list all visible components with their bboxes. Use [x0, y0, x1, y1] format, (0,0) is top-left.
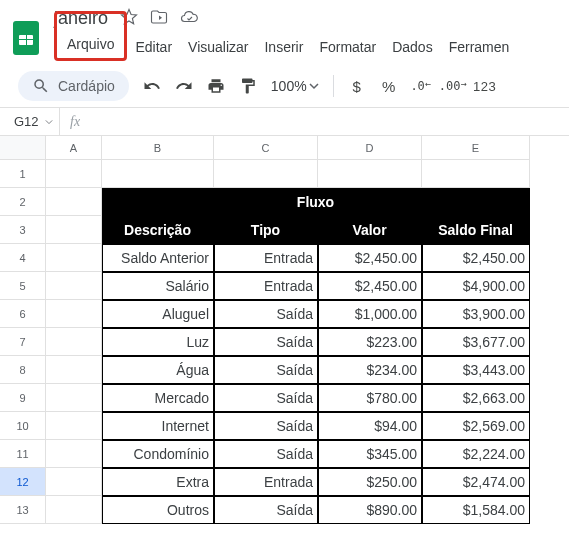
move-folder-icon[interactable]	[150, 8, 168, 29]
row-header-9[interactable]: 9	[0, 384, 46, 412]
cell[interactable]	[102, 160, 214, 188]
cell-saldo[interactable]: $2,569.00	[422, 412, 530, 440]
row-header-12[interactable]: 12	[0, 468, 46, 496]
cell-valor[interactable]: $223.00	[318, 328, 422, 356]
cell-tipo[interactable]: Entrada	[214, 468, 318, 496]
row-header-10[interactable]: 10	[0, 412, 46, 440]
cell-valor[interactable]: $1,000.00	[318, 300, 422, 328]
cell-tipo[interactable]: Entrada	[214, 272, 318, 300]
sheets-logo[interactable]	[8, 20, 44, 56]
cell[interactable]	[46, 244, 102, 272]
cell[interactable]	[46, 216, 102, 244]
cell-valor[interactable]: $890.00	[318, 496, 422, 524]
cell-tipo[interactable]: Saída	[214, 300, 318, 328]
currency-button[interactable]: $	[342, 72, 372, 100]
row-header-6[interactable]: 6	[0, 300, 46, 328]
cell[interactable]	[46, 356, 102, 384]
row-header-2[interactable]: 2	[0, 188, 46, 216]
cell-desc[interactable]: Extra	[102, 468, 214, 496]
cell-valor[interactable]: $234.00	[318, 356, 422, 384]
cell[interactable]	[46, 328, 102, 356]
row-header-8[interactable]: 8	[0, 356, 46, 384]
cell-saldo[interactable]: $2,224.00	[422, 440, 530, 468]
cell[interactable]	[46, 384, 102, 412]
table-title[interactable]: Fluxo	[102, 188, 530, 216]
cell-tipo[interactable]: Saída	[214, 496, 318, 524]
name-box[interactable]: G12	[0, 108, 60, 135]
cell-tipo[interactable]: Saída	[214, 384, 318, 412]
cell-desc[interactable]: Saldo Anterior	[102, 244, 214, 272]
menu-dados[interactable]: Dados	[384, 35, 440, 59]
row-header-7[interactable]: 7	[0, 328, 46, 356]
col-header-E[interactable]: E	[422, 136, 530, 160]
redo-button[interactable]	[169, 72, 199, 100]
cell-valor[interactable]: $94.00	[318, 412, 422, 440]
menu-editar[interactable]: Editar	[127, 35, 180, 59]
cell-desc[interactable]: Água	[102, 356, 214, 384]
cell-desc[interactable]: Mercado	[102, 384, 214, 412]
increase-decimal-button[interactable]: .00→	[438, 72, 468, 100]
menu-visualizar[interactable]: Visualizar	[180, 35, 256, 59]
cell[interactable]	[46, 496, 102, 524]
col-header-tipo[interactable]: Tipo	[214, 216, 318, 244]
cell-desc[interactable]: Salário	[102, 272, 214, 300]
cell-saldo[interactable]: $2,663.00	[422, 384, 530, 412]
cell-saldo[interactable]: $4,900.00	[422, 272, 530, 300]
zoom-select[interactable]: 100%	[265, 78, 325, 94]
menu-inserir[interactable]: Inserir	[256, 35, 311, 59]
cell-valor[interactable]: $345.00	[318, 440, 422, 468]
cell-desc[interactable]: Aluguel	[102, 300, 214, 328]
cell-valor[interactable]: $2,450.00	[318, 272, 422, 300]
row-header-11[interactable]: 11	[0, 440, 46, 468]
cell[interactable]	[422, 160, 530, 188]
col-header-saldo[interactable]: Saldo Final	[422, 216, 530, 244]
percent-button[interactable]: %	[374, 72, 404, 100]
row-header-13[interactable]: 13	[0, 496, 46, 524]
cell-saldo[interactable]: $2,450.00	[422, 244, 530, 272]
select-all-corner[interactable]	[0, 136, 46, 160]
col-header-desc[interactable]: Descrição	[102, 216, 214, 244]
cell-valor[interactable]: $780.00	[318, 384, 422, 412]
cell-desc[interactable]: Outros	[102, 496, 214, 524]
menu-search[interactable]: Cardápio	[18, 71, 129, 101]
cell[interactable]	[46, 300, 102, 328]
cell-tipo[interactable]: Saída	[214, 356, 318, 384]
cell-tipo[interactable]: Saída	[214, 328, 318, 356]
more-formats-button[interactable]: 123	[470, 72, 500, 100]
cell[interactable]	[46, 412, 102, 440]
cell[interactable]	[214, 160, 318, 188]
cell[interactable]	[46, 272, 102, 300]
cell[interactable]	[46, 160, 102, 188]
col-header-valor[interactable]: Valor	[318, 216, 422, 244]
cell-tipo[interactable]: Saída	[214, 412, 318, 440]
cell-saldo[interactable]: $3,443.00	[422, 356, 530, 384]
col-header-B[interactable]: B	[102, 136, 214, 160]
cloud-status-icon[interactable]	[180, 8, 198, 29]
formula-bar[interactable]	[90, 108, 569, 135]
cell-valor[interactable]: $2,450.00	[318, 244, 422, 272]
cell[interactable]	[46, 468, 102, 496]
col-header-C[interactable]: C	[214, 136, 318, 160]
row-header-5[interactable]: 5	[0, 272, 46, 300]
cell-saldo[interactable]: $3,900.00	[422, 300, 530, 328]
cell-saldo[interactable]: $3,677.00	[422, 328, 530, 356]
menu-formatar[interactable]: Formatar	[311, 35, 384, 59]
undo-button[interactable]	[137, 72, 167, 100]
row-header-3[interactable]: 3	[0, 216, 46, 244]
cell[interactable]	[318, 160, 422, 188]
decrease-decimal-button[interactable]: .0←	[406, 72, 436, 100]
menu-ferramentas[interactable]: Ferramen	[441, 35, 518, 59]
row-header-1[interactable]: 1	[0, 160, 46, 188]
cell[interactable]	[46, 440, 102, 468]
col-header-D[interactable]: D	[318, 136, 422, 160]
cell-tipo[interactable]: Entrada	[214, 244, 318, 272]
cell-tipo[interactable]: Saída	[214, 440, 318, 468]
paint-format-button[interactable]	[233, 72, 263, 100]
cell-desc[interactable]: Condomínio	[102, 440, 214, 468]
cell-desc[interactable]: Internet	[102, 412, 214, 440]
col-header-A[interactable]: A	[46, 136, 102, 160]
cell-saldo[interactable]: $2,474.00	[422, 468, 530, 496]
row-header-4[interactable]: 4	[0, 244, 46, 272]
menu-arquivo[interactable]: Arquivo	[54, 11, 127, 61]
cell[interactable]	[46, 188, 102, 216]
